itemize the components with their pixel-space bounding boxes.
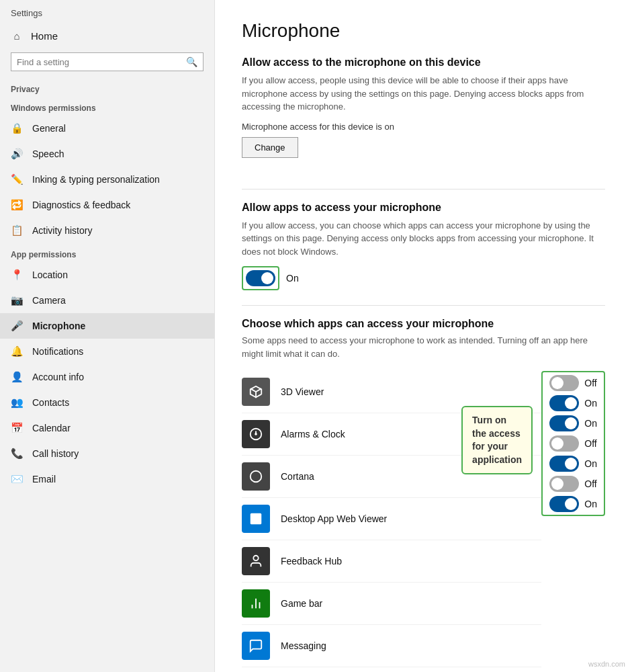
email-icon: ✉️ bbox=[11, 473, 23, 485]
sidebar-item-label: Inking & typing personalization bbox=[32, 174, 160, 185]
device-access-desc: If you allow access, people using this d… bbox=[242, 74, 605, 114]
calendar-icon: 📅 bbox=[11, 422, 23, 434]
search-input[interactable] bbox=[17, 57, 186, 67]
toggle-game-bar[interactable] bbox=[549, 476, 579, 492]
toggles-area: Turn on the access for your application … bbox=[541, 371, 605, 516]
search-icon: 🔍 bbox=[186, 56, 197, 67]
app-icon-feedback-hub bbox=[242, 547, 270, 575]
sidebar-item-calendar[interactable]: 📅 Calendar bbox=[0, 415, 214, 441]
app-row-game-bar: Game bar bbox=[242, 583, 541, 625]
sidebar-item-email[interactable]: ✉️ Email bbox=[0, 466, 214, 492]
toggle-track-messaging bbox=[549, 496, 579, 512]
privacy-label: Privacy bbox=[0, 78, 214, 97]
toggle-thumb-cortana bbox=[565, 417, 577, 429]
toggle-row-game-bar: Off bbox=[549, 476, 597, 492]
watermark: wsxdn.com bbox=[588, 660, 625, 668]
toggle-track-game-bar bbox=[549, 476, 579, 492]
location-icon: 📍 bbox=[11, 269, 23, 281]
toggle-thumb-3d-viewer bbox=[551, 377, 563, 389]
sidebar-item-label: Location bbox=[32, 269, 68, 280]
sidebar-item-activity[interactable]: 📋 Activity history bbox=[0, 218, 214, 243]
camera-icon: 📷 bbox=[11, 294, 23, 306]
app-name-game-bar: Game bar bbox=[281, 598, 541, 609]
app-icon-alarms bbox=[242, 420, 270, 448]
toggle-label-messaging: On bbox=[584, 499, 597, 509]
app-icon-desktop-web bbox=[242, 505, 270, 533]
contacts-icon: 👥 bbox=[11, 396, 23, 409]
app-name-desktop-web: Desktop App Web Viewer bbox=[281, 513, 541, 524]
sidebar-item-label: Microphone bbox=[32, 321, 85, 331]
svg-point-6 bbox=[253, 556, 258, 560]
app-icon-cortana bbox=[242, 462, 270, 491]
diagnostics-icon: 🔁 bbox=[11, 199, 23, 211]
toggle-3d-viewer[interactable] bbox=[549, 375, 579, 391]
toggle-row-alarms: On bbox=[549, 395, 597, 411]
toggle-track-3d-viewer bbox=[549, 375, 579, 391]
toggle-label-cortana: On bbox=[584, 418, 597, 429]
toggle-label-feedback-hub: On bbox=[584, 458, 597, 469]
device-access-section: Allow access to the microphone on this d… bbox=[242, 56, 605, 177]
app-icon-3d-viewer bbox=[242, 378, 270, 406]
home-icon: ⌂ bbox=[11, 30, 23, 42]
toggle-cortana[interactable] bbox=[549, 415, 579, 431]
sidebar-item-call-history[interactable]: 📞 Call history bbox=[0, 441, 214, 466]
sidebar-item-label: Account info bbox=[32, 372, 84, 382]
sidebar-item-speech[interactable]: 🔊 Speech bbox=[0, 141, 214, 167]
toggle-track-alarms bbox=[549, 395, 579, 411]
page-title: Microphone bbox=[242, 20, 605, 42]
apps-desc: Some apps need to access your microphone… bbox=[242, 334, 605, 360]
toggle-feedback-hub[interactable] bbox=[549, 456, 579, 472]
apps-heading: Choose which apps can access your microp… bbox=[242, 318, 605, 330]
activity-icon: 📋 bbox=[11, 224, 23, 237]
toggle-row-desktop-web: Off bbox=[549, 435, 597, 452]
device-access-heading: Allow access to the microphone on this d… bbox=[242, 56, 605, 69]
sidebar-item-label: General bbox=[32, 123, 66, 134]
sidebar-item-label: Camera bbox=[32, 295, 66, 306]
change-button[interactable]: Change bbox=[242, 137, 298, 158]
app-name-messaging: Messaging bbox=[281, 640, 541, 651]
sidebar-item-camera[interactable]: 📷 Camera bbox=[0, 288, 214, 313]
sidebar-item-general[interactable]: 🔒 General bbox=[0, 116, 214, 141]
toggle-thumb bbox=[261, 272, 273, 284]
lock-icon: 🔒 bbox=[11, 122, 23, 134]
app-row-messaging: Messaging bbox=[242, 625, 541, 667]
apps-layout: 3D Viewer Alarms & Clock Cortana bbox=[242, 371, 605, 667]
sidebar-item-microphone[interactable]: 🎤 Microphone bbox=[0, 313, 214, 339]
inking-icon: ✏️ bbox=[11, 173, 23, 185]
svg-rect-5 bbox=[251, 513, 262, 525]
toggle-label-desktop-web: Off bbox=[584, 438, 596, 449]
sidebar-item-notifications[interactable]: 🔔 Notifications bbox=[0, 339, 214, 364]
toggle-alarms[interactable] bbox=[549, 395, 579, 411]
sidebar-item-diagnostics[interactable]: 🔁 Diagnostics & feedback bbox=[0, 192, 214, 218]
callout-text: Turn on the access for your application bbox=[472, 415, 522, 465]
toggle-label-3d-viewer: Off bbox=[584, 378, 596, 388]
home-nav-item[interactable]: ⌂ Home bbox=[0, 24, 214, 48]
allow-apps-toggle-outlined bbox=[242, 266, 279, 290]
notifications-icon: 🔔 bbox=[11, 345, 23, 358]
toggle-thumb-messaging bbox=[565, 498, 577, 510]
toggle-row-3d-viewer: Off bbox=[549, 375, 597, 391]
callout-box: Turn on the access for your application bbox=[461, 406, 533, 474]
app-name-3d-viewer: 3D Viewer bbox=[281, 386, 541, 397]
toggle-track-cortana bbox=[549, 415, 579, 431]
sidebar-item-location[interactable]: 📍 Location bbox=[0, 262, 214, 288]
window-title: Settings bbox=[0, 0, 214, 24]
sidebar-item-label: Speech bbox=[32, 149, 64, 159]
main-content: Microphone Allow access to the microphon… bbox=[215, 0, 632, 672]
toggle-messaging[interactable] bbox=[549, 496, 579, 512]
sidebar-item-inking[interactable]: ✏️ Inking & typing personalization bbox=[0, 167, 214, 192]
home-label: Home bbox=[31, 30, 58, 42]
call-icon: 📞 bbox=[11, 448, 23, 460]
sidebar-item-label: Calendar bbox=[32, 423, 71, 433]
toggle-thumb-game-bar bbox=[551, 478, 563, 490]
toggle-desktop-web[interactable] bbox=[549, 435, 579, 452]
sidebar-item-contacts[interactable]: 👥 Contacts bbox=[0, 390, 214, 415]
toggle-thumb-alarms bbox=[565, 397, 577, 409]
app-list-section: Choose which apps can access your microp… bbox=[242, 318, 605, 667]
sidebar-item-label: Activity history bbox=[32, 225, 92, 236]
sidebar-item-account-info[interactable]: 👤 Account info bbox=[0, 364, 214, 390]
sidebar-item-label: Notifications bbox=[32, 346, 83, 357]
divider-2 bbox=[242, 305, 605, 306]
sidebar-item-label: Call history bbox=[32, 448, 79, 459]
allow-apps-toggle[interactable] bbox=[246, 270, 275, 286]
